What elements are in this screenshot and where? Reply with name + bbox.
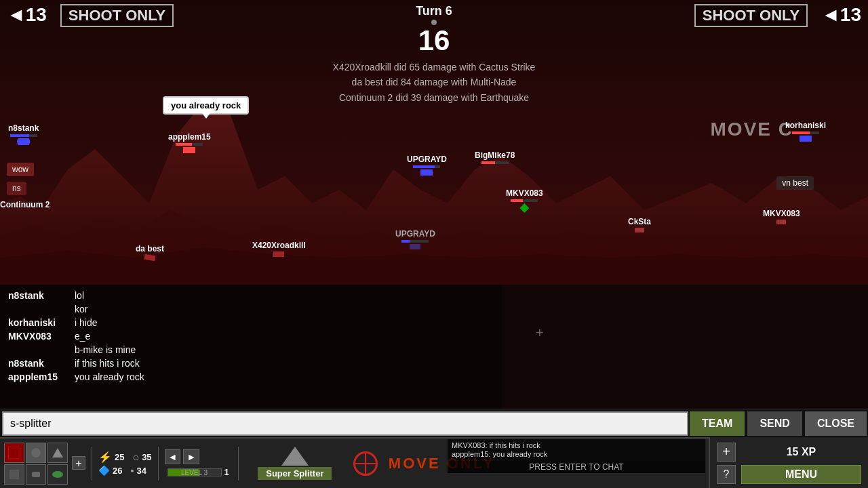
team-button[interactable]: TEAM (690, 411, 745, 436)
chat-sender-7: appplem15 (8, 371, 69, 382)
chat-msg-3: i hide (75, 317, 97, 328)
player-mkvx083-top: MKVX083 (506, 188, 543, 214)
chat-input-bar: TEAM SEND CLOSE (0, 409, 868, 437)
level-bar: LEVEL 3 (167, 468, 222, 476)
right-score-value: ◄13 (821, 4, 861, 26)
chat-msg-4: e_e (75, 331, 90, 342)
weapon-name-area: Super Splitter (241, 447, 349, 480)
chat-sender-4: MKVX083 (8, 331, 69, 342)
damage-line-2: da best did 84 damage with Multi-Nade (0, 75, 868, 89)
ammo-value: 25 (115, 452, 124, 462)
player-mkvx083-right: MKVX083 (763, 209, 800, 226)
xp-row: + 15 XP (710, 437, 868, 464)
chat-log: n8stank lol kor korhaniski i hide MKVX08… (0, 285, 502, 410)
turn-number: 16 (214, 26, 653, 55)
xp-menu-area: + 15 XP ? MENU (709, 437, 868, 488)
weapon-slot-4[interactable] (4, 464, 24, 485)
stats-area: ⚡ 25 ○ 35 🔷 26 ▪ 34 (94, 451, 156, 476)
move-only-overlay: MOVE C (711, 119, 793, 140)
shield-row: 🔷 26 ▪ 34 (98, 465, 152, 476)
nav-level-area: ◄ ► LEVEL 3 1 (161, 449, 236, 477)
top-hud: ◄13 SHOOT ONLY Turn 6 16 SHOOT ONLY ◄13 (0, 0, 868, 59)
player-bigmike78: BigMike78 (475, 150, 515, 164)
target-icon[interactable] (353, 451, 378, 476)
weapon-name: Super Splitter (258, 467, 332, 480)
player-dabest: da best (136, 244, 164, 262)
level-bar-area: LEVEL 3 1 (165, 467, 232, 477)
weapon-slot-2[interactable] (26, 443, 46, 463)
cube-value: 34 (136, 466, 146, 476)
chat-sender-3: korhaniski (8, 317, 69, 328)
weapon-triangle-icon (281, 447, 309, 466)
chat-msg-6: if this hits i rock (75, 358, 140, 369)
player-upgrayd-bottom: UPGRAYD (395, 229, 435, 251)
right-game-area: + (502, 285, 868, 410)
separator-1 (92, 447, 92, 481)
chat-text-input[interactable] (2, 411, 688, 436)
circle-icon: ○ (132, 451, 139, 464)
player-x420: X420Xroadkill (252, 241, 306, 258)
help-button[interactable]: ? (717, 465, 736, 484)
damage-log: X420Xroadkill did 65 damage with Cactus … (0, 60, 868, 105)
chat-sender-6: n8stank (8, 358, 69, 369)
ammo-row: ⚡ 25 ○ 35 (98, 451, 152, 464)
circle-value: 35 (142, 452, 151, 462)
shoot-only-left: SHOOT ONLY (60, 4, 174, 27)
close-button[interactable]: CLOSE (805, 411, 867, 436)
damage-line-3: Continuum 2 did 39 damage with Earthquak… (0, 90, 868, 105)
weapon-slot-5[interactable] (26, 464, 46, 485)
chat-msg-2: kor (75, 304, 87, 314)
level-label: LEVEL 3 (168, 469, 221, 477)
player-upgrayd-top: UPGRAYD (407, 155, 447, 177)
xp-plus-button[interactable]: + (717, 443, 736, 462)
weapon-slot-1[interactable] (4, 443, 24, 463)
nav-arrows: ◄ ► (165, 449, 232, 464)
weapon-slot-6[interactable] (47, 464, 68, 485)
chat-sender-2 (8, 304, 69, 314)
chat-msg-7: you already rock (75, 371, 144, 382)
cube-icon: ▪ (130, 465, 134, 476)
popup-wow: wow (7, 163, 34, 176)
chat-msg-5: b-mike is mine (75, 344, 136, 355)
menu-row: ? MENU (710, 464, 868, 488)
chat-line-6: n8stank if this hits i rock (8, 358, 494, 369)
turn-label: Turn 6 (214, 4, 653, 18)
chat-line-1: n8stank lol (8, 290, 494, 301)
mini-chat-line-2: appplem15: you already rock (452, 450, 701, 458)
slot-add-button[interactable]: + (72, 456, 85, 470)
chat-bubble: you already rock (163, 96, 249, 115)
player-appplem15: appplem15 (168, 132, 211, 155)
separator-3 (238, 447, 239, 481)
left-score: ◄13 (7, 4, 47, 26)
damage-line-1: X420Xroadkill did 65 damage with Cactus … (0, 60, 868, 75)
press-enter: PRESS ENTER TO CHAT (448, 461, 705, 473)
mini-chat: MKVX083: if this hits i rock appplem15: … (448, 439, 705, 461)
player-korhaniski: korhaniski (785, 121, 826, 143)
popup-vn-best: vn best (776, 176, 814, 190)
weapon-slots: + (0, 443, 90, 485)
chat-msg-1: lol (75, 290, 84, 301)
right-score: ◄13 (821, 4, 861, 26)
mini-chat-line-1: MKVX083: if this hits i rock (452, 441, 701, 449)
nav-left[interactable]: ◄ (165, 449, 181, 464)
chat-line-5: b-mike is mine (8, 344, 494, 355)
send-button[interactable]: SEND (747, 411, 802, 436)
weapon-slot-3[interactable] (47, 443, 68, 463)
chat-line-4: MKVX083 e_e (8, 331, 494, 342)
xp-label: 15 XP (741, 446, 861, 458)
game-area: ◄13 SHOOT ONLY Turn 6 16 SHOOT ONLY ◄13 … (0, 0, 868, 285)
menu-button[interactable]: MENU (741, 465, 861, 484)
center-hud: Turn 6 16 (214, 4, 653, 55)
chat-line-3: korhaniski i hide (8, 317, 494, 328)
chat-line-2: kor (8, 304, 494, 314)
shield-icon: 🔷 (98, 465, 110, 476)
game-crosshair: + (536, 325, 544, 341)
nav-right[interactable]: ► (183, 449, 199, 464)
separator-2 (158, 447, 159, 481)
player-continuum2: Continuum 2 (0, 200, 50, 209)
left-score-value: ◄13 (7, 4, 47, 26)
lives-count: 1 (224, 467, 229, 477)
shield-value: 26 (113, 466, 122, 476)
chat-sender-1: n8stank (8, 290, 69, 301)
chat-line-7: appplem15 you already rock (8, 371, 494, 382)
